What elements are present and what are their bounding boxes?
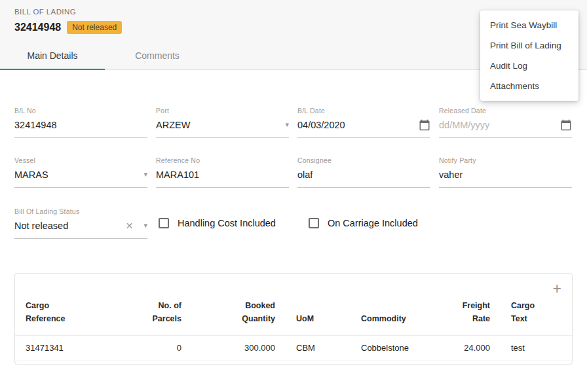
field-bl-no: B/L No 32414948 [14, 107, 147, 138]
bl-date-input[interactable]: 04/03/2020 [297, 115, 430, 138]
vessel-select[interactable]: MARAS ▾ [14, 164, 147, 188]
consignee-input[interactable]: olaf [297, 164, 430, 188]
bl-status-select[interactable]: Not released ✕ ▾ [14, 215, 147, 239]
actions-context-menu: Print Sea Waybill Print Bill of Lading A… [480, 10, 578, 101]
field-bl-date: B/L Date 04/03/2020 [297, 107, 430, 138]
field-consignee: Consignee olaf [297, 156, 430, 188]
add-cargo-line-button[interactable]: + [553, 281, 561, 296]
checkbox-icon[interactable] [159, 218, 169, 228]
bl-date-label: B/L Date [297, 107, 430, 115]
calendar-icon[interactable] [560, 119, 572, 131]
main-details-form: B/L No 32414948 Port ARZEW ▾ B/L Date 04… [0, 107, 587, 239]
field-bl-status: Bill Of Lading Status Not released ✕ ▾ [14, 207, 147, 239]
cell-cargo-reference: 31471341 [15, 336, 126, 361]
field-port: Port ARZEW ▾ [156, 107, 289, 138]
checkbox-handling-cost-included[interactable]: Handling Cost Included [156, 218, 297, 228]
status-badge: Not released [67, 21, 122, 34]
col-header-cargo-text: Cargo Text [511, 299, 540, 325]
released-date-input[interactable]: dd/MM/yyyy [439, 115, 572, 138]
cargo-lines-card: + Cargo Reference No. of Parcels Booked … [14, 273, 573, 365]
menu-item-attachments[interactable]: Attachments [480, 76, 578, 96]
reference-no-input[interactable]: MARA101 [156, 164, 289, 188]
col-header-commodity: Commodity [361, 312, 406, 325]
menu-item-audit-log[interactable]: Audit Log [480, 56, 578, 76]
reference-no-label: Reference No [156, 156, 289, 164]
tab-comments[interactable]: Comments [105, 43, 210, 69]
tab-main-details[interactable]: Main Details [0, 43, 105, 69]
cell-no-of-parcels: 0 [126, 336, 192, 361]
bl-status-label: Bill Of Lading Status [14, 207, 147, 215]
notify-party-label: Notify Party [439, 156, 572, 164]
cell-cargo-text: test [501, 336, 572, 361]
released-date-label: Released Date [439, 107, 572, 115]
chevron-down-icon[interactable]: ▾ [143, 221, 147, 230]
field-notify-party: Notify Party vaher [439, 156, 572, 188]
col-header-freight-rate: Freight Rate [456, 299, 490, 325]
port-label: Port [156, 107, 289, 115]
cargo-table-header-row: Cargo Reference No. of Parcels Booked Qu… [15, 298, 572, 336]
cell-freight-rate: 24.000 [442, 336, 501, 361]
menu-item-print-bill-of-lading[interactable]: Print Bill of Lading [480, 35, 578, 56]
vessel-label: Vessel [14, 156, 147, 164]
bl-number: 32414948 [14, 22, 61, 33]
field-released-date: Released Date dd/MM/yyyy [439, 107, 572, 138]
chevron-down-icon[interactable]: ▾ [285, 120, 289, 129]
cargo-table-row[interactable]: 31471341 0 300.000 CBM Cobbelstone 24.00… [15, 336, 572, 361]
col-header-uom: UoM [296, 312, 314, 325]
cell-uom: CBM [286, 336, 350, 361]
port-select[interactable]: ARZEW ▾ [156, 115, 289, 138]
menu-item-print-sea-waybill[interactable]: Print Sea Waybill [480, 15, 578, 35]
checkbox-icon[interactable] [309, 218, 319, 228]
cargo-table: Cargo Reference No. of Parcels Booked Qu… [15, 298, 572, 361]
field-vessel: Vessel MARAS ▾ [14, 156, 147, 188]
field-reference-no: Reference No MARA101 [156, 156, 289, 188]
calendar-icon[interactable] [419, 119, 430, 131]
notify-party-input[interactable]: vaher [439, 164, 572, 188]
col-header-no-of-parcels: No. of Parcels [149, 299, 181, 325]
cell-commodity: Cobbelstone [350, 336, 442, 361]
consignee-label: Consignee [297, 156, 430, 164]
col-header-cargo-reference: Cargo Reference [26, 299, 73, 325]
checkbox-on-carriage-included[interactable]: On Carriage Included [306, 218, 447, 228]
col-header-booked-quantity: Booked Quantity [233, 299, 275, 325]
clear-icon[interactable]: ✕ [126, 221, 134, 231]
bl-no-input[interactable]: 32414948 [14, 115, 147, 138]
chevron-down-icon[interactable]: ▾ [143, 170, 147, 179]
bill-of-lading-page: BILL OF LADING 32414948 Not released Mai… [0, 0, 587, 365]
cell-booked-quantity: 300.000 [192, 336, 286, 361]
bl-no-label: B/L No [14, 107, 147, 115]
